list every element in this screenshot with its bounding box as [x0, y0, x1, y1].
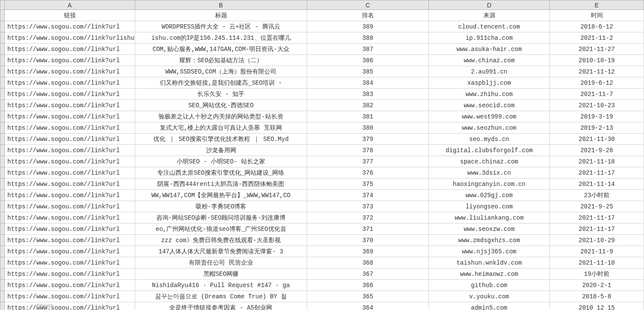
- row-header[interactable]: [0, 235, 5, 246]
- cell-title[interactable]: zzz com》免费日韩免费在线观看-大圣影视: [135, 235, 307, 246]
- cell-link[interactable]: https://www.sogou.com//link?url: [5, 246, 135, 257]
- cell-source[interactable]: www.asuka-hair.com: [429, 44, 550, 55]
- cell-link[interactable]: https://www.sogou.com//link?url: [5, 280, 135, 291]
- select-all-corner[interactable]: [0, 0, 5, 10]
- cell-time[interactable]: 2021-11-2: [550, 32, 644, 44]
- cell-source[interactable]: seo.myds.cn: [429, 134, 550, 145]
- cell-title[interactable]: SEO_网站优化-西德SEO: [135, 100, 307, 111]
- col-header-A[interactable]: A: [5, 0, 135, 10]
- cell-time[interactable]: 2021-11-10: [550, 257, 644, 268]
- cell-title[interactable]: WW,WW147,COM【全网最热平台】_WWW,WW147,CO: [135, 190, 307, 201]
- row-header[interactable]: [0, 212, 5, 224]
- cell-link[interactable]: https://www.sogou.com//link?url: [5, 179, 135, 190]
- cell-source[interactable]: www.zhihu.com: [429, 89, 550, 100]
- cell-rank[interactable]: 365: [307, 291, 429, 302]
- cell-rank[interactable]: 378: [307, 145, 429, 156]
- cell-rank[interactable]: 371: [307, 224, 429, 235]
- cell-rank[interactable]: 383: [307, 89, 429, 100]
- cell-source[interactable]: www.west999.com: [429, 111, 550, 122]
- cell-rank[interactable]: 375: [307, 179, 429, 190]
- cell-rank[interactable]: 382: [307, 100, 429, 111]
- cell-time[interactable]: 2021-11-17: [550, 224, 644, 235]
- cell-source[interactable]: www.heimaowz.com: [429, 268, 550, 280]
- cell-link[interactable]: https://www.sogou.com//link?urlishu.com的…: [5, 32, 135, 44]
- cell-time[interactable]: 2021-11-27: [550, 44, 644, 55]
- cell-source[interactable]: v.youku.com: [429, 291, 550, 302]
- cell-time[interactable]: 2019-6-12: [550, 77, 644, 89]
- col-header-D[interactable]: D: [429, 0, 550, 10]
- header-source[interactable]: 来源: [429, 10, 550, 21]
- cell-source[interactable]: www.chinaz.com: [429, 55, 550, 66]
- row-header[interactable]: [0, 100, 5, 111]
- cell-link[interactable]: https://www.sogou.com//link?url: [5, 302, 135, 310]
- row-header[interactable]: [0, 156, 5, 167]
- cell-source[interactable]: admin5.com: [429, 302, 550, 310]
- cell-title[interactable]: 们又称作交换链接,是我们创建高_SEO培训 -: [135, 77, 307, 89]
- cell-source[interactable]: www.029gj.com: [429, 190, 550, 201]
- cell-title[interactable]: ishu.com的IP是156.245.114.231、位置在哪儿: [135, 32, 307, 44]
- cell-link[interactable]: https://www.sogou.com//link?url: [5, 145, 135, 156]
- col-header-C[interactable]: C: [307, 0, 429, 10]
- cell-link[interactable]: https://www.sogou.com//link?url: [5, 55, 135, 66]
- cell-title[interactable]: NishidaRyu416 · Pull Request #147 · ga: [135, 280, 307, 291]
- cell-time[interactable]: 2020-2-1: [550, 280, 644, 291]
- cell-time[interactable]: 2021-11-7: [550, 89, 644, 100]
- cell-time[interactable]: 2021-9-25: [550, 201, 644, 212]
- header-rank[interactable]: 排名: [307, 10, 429, 21]
- cell-link[interactable]: https://www.sogou.com//link?url: [5, 167, 135, 179]
- cell-title[interactable]: 有限责任公司 民营企业: [135, 257, 307, 268]
- cell-rank[interactable]: 377: [307, 156, 429, 167]
- cell-title[interactable]: 长乐久安 - 知乎: [135, 89, 307, 100]
- cell-rank[interactable]: 381: [307, 111, 429, 122]
- cell-title[interactable]: 吸粉-李勇SEO博客: [135, 201, 307, 212]
- cell-link[interactable]: https://www.sogou.com//link?url: [5, 201, 135, 212]
- cell-rank[interactable]: 364: [307, 302, 429, 310]
- cell-title[interactable]: 全是终于情链接参考因素 - A5创业网: [135, 302, 307, 310]
- cell-rank[interactable]: 374: [307, 190, 429, 201]
- cell-title[interactable]: 阴展-西西444renti大胆高清-西西阴体鲍美图: [135, 179, 307, 190]
- cell-link[interactable]: https://www.sogou.com//link?url: [5, 235, 135, 246]
- cell-rank[interactable]: 369: [307, 246, 429, 257]
- cell-time[interactable]: 2021-9-26: [550, 145, 644, 156]
- cell-link[interactable]: https://www.sogou.com//link?url: [5, 212, 135, 224]
- cell-link[interactable]: https://www.sogou.com//link?url: [5, 21, 135, 32]
- cell-source[interactable]: github.com: [429, 280, 550, 291]
- cell-title[interactable]: 复式大宅,楼上的大露台可真让人羡慕 互联网: [135, 122, 307, 134]
- cell-rank[interactable]: 386: [307, 55, 429, 66]
- row-header[interactable]: [0, 66, 5, 77]
- cell-link[interactable]: https://www.sogou.com//link?url: [5, 268, 135, 280]
- cell-source[interactable]: ip.911cha.com: [429, 32, 550, 44]
- cell-title[interactable]: 147人体人体大尺最新章节免费阅读无弹窗- 3: [135, 246, 307, 257]
- cell-time[interactable]: 2021-11-12: [550, 66, 644, 77]
- row-header[interactable]: [0, 89, 5, 100]
- cell-title[interactable]: 耀辉：SEO必知基础方法（二）: [135, 55, 307, 66]
- cell-source[interactable]: liyongseo.com: [429, 201, 550, 212]
- cell-rank[interactable]: 389: [307, 21, 429, 32]
- row-header[interactable]: [0, 224, 5, 235]
- row-header[interactable]: [0, 190, 5, 201]
- cell-rank[interactable]: 372: [307, 212, 429, 224]
- cell-source[interactable]: haoxingcanyin.com.cn: [429, 179, 550, 190]
- cell-link[interactable]: https://www.sogou.com//link?url: [5, 257, 135, 268]
- cell-rank[interactable]: 376: [307, 167, 429, 179]
- cell-title[interactable]: 专注山西太原SEO搜索引擎优化_网站建设_网络: [135, 167, 307, 179]
- cell-link[interactable]: https://www.sogou.com//link?url: [5, 190, 135, 201]
- cell-title[interactable]: 黑帽SEO网赚: [135, 268, 307, 280]
- row-header[interactable]: [0, 145, 5, 156]
- row-header[interactable]: [0, 55, 5, 66]
- cell-rank[interactable]: 384: [307, 77, 429, 89]
- cell-rank[interactable]: 388: [307, 32, 429, 44]
- cell-time[interactable]: 2021-11-14: [550, 179, 644, 190]
- cell-source[interactable]: www.njsj365.com: [429, 246, 550, 257]
- cell-source[interactable]: www.seoxzw.com: [429, 224, 550, 235]
- row-header[interactable]: [0, 179, 5, 190]
- cell-source[interactable]: www.liuliankang.com: [429, 212, 550, 224]
- cell-time[interactable]: 2021-10-29: [550, 235, 644, 246]
- header-link[interactable]: 链接: [5, 10, 135, 21]
- cell-link[interactable]: https://www.sogou.com//link?url: [5, 156, 135, 167]
- row-header[interactable]: [0, 122, 5, 134]
- cell-time[interactable]: 2021-11-18: [550, 156, 644, 167]
- cell-source[interactable]: 2.au991.cn: [429, 66, 550, 77]
- cell-rank[interactable]: 370: [307, 235, 429, 246]
- cell-rank[interactable]: 367: [307, 268, 429, 280]
